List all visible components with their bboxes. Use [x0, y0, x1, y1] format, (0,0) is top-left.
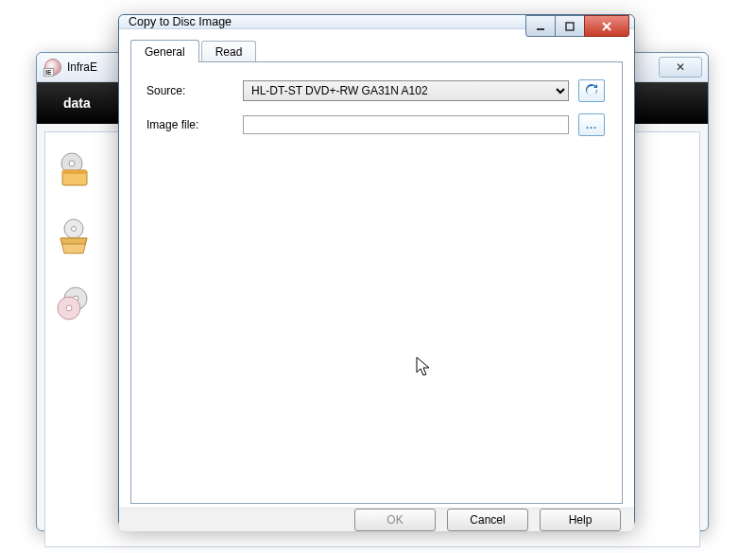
refresh-button[interactable] — [578, 79, 605, 102]
svg-point-5 — [72, 227, 77, 232]
image-file-row: Image file: ... — [146, 113, 607, 136]
close-icon: ✕ — [676, 60, 685, 74]
ok-button-label: OK — [387, 513, 403, 527]
tab-general-label: General — [145, 45, 185, 59]
ok-button[interactable]: OK — [354, 509, 436, 531]
tab-general[interactable]: General — [130, 40, 199, 62]
disc-folder-icon — [55, 151, 93, 189]
source-label: Source: — [146, 84, 233, 97]
dialog-titlebar: Copy to Disc Image — [119, 15, 634, 29]
source-dropdown[interactable]: HL-DT-ST DVD+-RW GA31N A102 — [243, 80, 569, 101]
ribbon-label: data — [63, 95, 91, 111]
svg-point-1 — [69, 161, 75, 166]
background-close-button[interactable]: ✕ — [659, 57, 702, 78]
ellipsis-icon: ... — [586, 119, 597, 130]
svg-point-9 — [66, 305, 72, 311]
copy-to-disc-image-dialog: Copy to Disc Image General Read — [118, 14, 635, 527]
tab-panel-general: Source: HL-DT-ST DVD+-RW GA31N A102 Imag… — [130, 61, 623, 504]
image-file-input[interactable] — [243, 115, 569, 134]
background-title: InfraE — [67, 60, 97, 74]
dialog-title: Copy to Disc Image — [129, 15, 232, 28]
app-icon — [44, 59, 61, 76]
cancel-button[interactable]: Cancel — [447, 509, 528, 531]
tab-read-label: Read — [215, 45, 243, 59]
disc-box-icon — [55, 217, 93, 255]
help-button[interactable]: Help — [540, 509, 621, 531]
tab-read[interactable]: Read — [201, 41, 257, 62]
dialog-body: General Read Source: HL-DT-ST DVD+-RW GA… — [119, 29, 634, 508]
mouse-cursor-icon — [415, 355, 434, 378]
dialog-button-bar: OK Cancel Help — [119, 508, 634, 531]
browse-button[interactable]: ... — [578, 113, 605, 136]
help-button-label: Help — [569, 513, 593, 527]
refresh-icon — [584, 83, 599, 98]
source-row: Source: HL-DT-ST DVD+-RW GA31N A102 — [146, 79, 607, 102]
image-file-label: Image file: — [146, 118, 233, 131]
cancel-button-label: Cancel — [470, 513, 505, 527]
svg-rect-3 — [62, 170, 87, 174]
two-discs-icon — [55, 284, 93, 321]
tab-bar: General Read — [130, 39, 623, 61]
